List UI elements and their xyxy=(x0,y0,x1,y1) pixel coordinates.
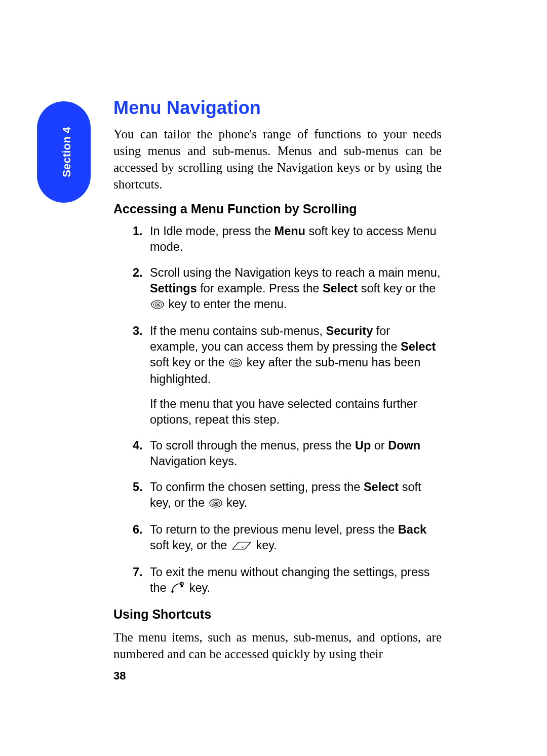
intro-paragraph: You can tailor the phone's range of func… xyxy=(113,126,442,193)
step-4-text-c: Navigation keys. xyxy=(150,455,237,468)
ok-key-icon: OK xyxy=(151,297,164,313)
step-4: To scroll through the menus, press the U… xyxy=(150,438,442,469)
step-6-text-a: To return to the previous menu level, pr… xyxy=(150,523,398,536)
c-key-icon: c xyxy=(231,539,252,554)
step-7-text-b: key. xyxy=(186,581,210,594)
step-4-text-b: or xyxy=(371,439,388,452)
step-3-text-c: soft key or the xyxy=(150,356,228,369)
step-3-followup: If the menu that you have selected conta… xyxy=(150,396,442,428)
ok-key-icon: OK xyxy=(209,496,222,512)
step-6-back-bold: Back xyxy=(398,523,426,536)
ok-key-icon: OK xyxy=(229,356,242,371)
step-2-text-c: soft key or the xyxy=(358,282,436,295)
step-2-settings-bold: Settings xyxy=(150,282,197,295)
step-3-select-bold: Select xyxy=(401,340,436,353)
step-6-text-b: soft key, or the xyxy=(150,539,230,552)
step-5-select-bold: Select xyxy=(364,480,399,494)
step-7: To exit the menu without changing the se… xyxy=(150,564,442,597)
step-2-text-b: for example. Press the xyxy=(197,282,323,295)
spacer xyxy=(113,662,442,669)
step-2: Scroll using the Navigation keys to reac… xyxy=(150,265,442,313)
svg-text:OK: OK xyxy=(155,303,160,307)
step-4-text-a: To scroll through the menus, press the xyxy=(150,439,355,452)
manual-page: Section 4 Menu Navigation You can tailor… xyxy=(0,0,547,756)
step-2-text-a: Scroll using the Navigation keys to reac… xyxy=(150,266,440,279)
step-2-text-d: key to enter the menu. xyxy=(165,297,287,311)
page-title: Menu Navigation xyxy=(113,97,442,119)
ordered-steps: In Idle mode, press the Menu soft key to… xyxy=(113,223,442,597)
step-5: To confirm the chosen setting, press the… xyxy=(150,479,442,512)
step-6-text-c: key. xyxy=(253,539,277,552)
step-5-text-c: key. xyxy=(223,496,248,509)
step-1-menu-bold: Menu xyxy=(275,224,305,238)
page-number: 38 xyxy=(113,669,442,683)
step-1-text-a: In Idle mode, press the xyxy=(150,224,275,238)
subheading-shortcuts: Using Shortcuts xyxy=(113,607,442,622)
step-2-select-bold: Select xyxy=(323,282,358,295)
svg-text:OK: OK xyxy=(233,361,238,365)
step-4-up-bold: Up xyxy=(355,439,371,452)
step-3-security-bold: Security xyxy=(326,324,373,337)
subheading-accessing: Accessing a Menu Function by Scrolling xyxy=(113,202,442,216)
step-6: To return to the previous menu level, pr… xyxy=(150,522,442,554)
step-4-down-bold: Down xyxy=(388,439,420,452)
svg-text:c: c xyxy=(242,544,244,549)
step-3: If the menu contains sub-menus, Security… xyxy=(150,323,442,428)
section-tab-label: Section 4 xyxy=(60,127,73,177)
svg-text:OK: OK xyxy=(213,502,218,505)
section-tab: Section 4 xyxy=(37,101,91,203)
shortcuts-paragraph: The menu items, such as menus, sub-menus… xyxy=(113,629,442,662)
step-5-text-a: To confirm the chosen setting, press the xyxy=(150,480,364,494)
step-1: In Idle mode, press the Menu soft key to… xyxy=(150,223,442,255)
content-column: Menu Navigation You can tailor the phone… xyxy=(113,97,442,683)
end-key-icon xyxy=(171,581,185,597)
step-3-text-a: If the menu contains sub-menus, xyxy=(150,324,326,337)
